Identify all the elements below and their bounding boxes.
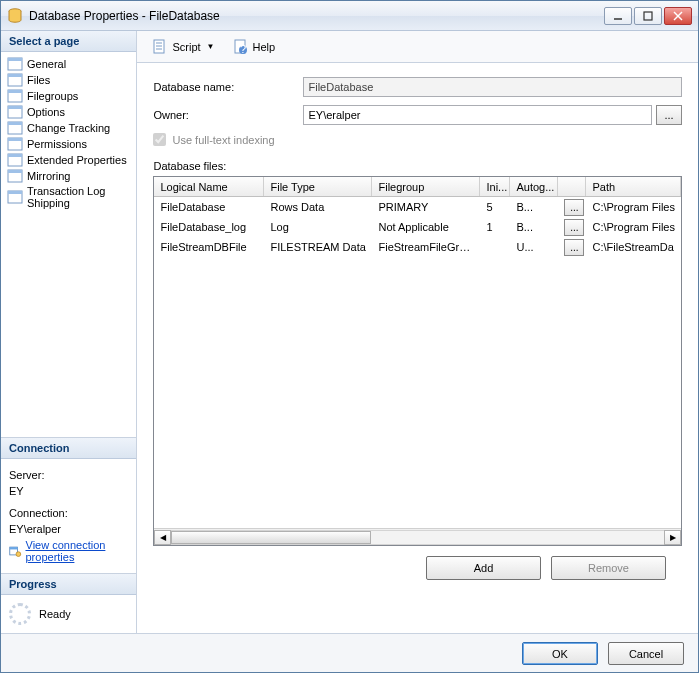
page-general[interactable]: General: [3, 56, 134, 72]
help-button[interactable]: ? Help: [226, 36, 283, 58]
cell-ini: 5: [480, 199, 510, 215]
page-icon: [7, 105, 23, 119]
page-icon: [7, 73, 23, 87]
minimize-button[interactable]: [604, 7, 632, 25]
svg-point-25: [16, 552, 21, 557]
page-options[interactable]: Options: [3, 104, 134, 120]
owner-browse-button[interactable]: ...: [656, 105, 682, 125]
autogrowth-button[interactable]: ...: [564, 239, 584, 256]
window-controls: [604, 7, 692, 25]
cell-type: Log: [264, 219, 372, 235]
cell-filegroup: Not Applicable: [372, 219, 480, 235]
page-label: Files: [27, 74, 50, 86]
grid-header: Logical Name File Type Filegroup Ini... …: [154, 177, 681, 197]
page-icon: [7, 57, 23, 71]
connection-value: EY\eralper: [9, 523, 128, 535]
grid-body: FileDatabase Rows Data PRIMARY 5 B... ..…: [154, 197, 681, 528]
close-button[interactable]: [664, 7, 692, 25]
svg-rect-18: [8, 154, 22, 157]
window-title: Database Properties - FileDatabase: [29, 9, 604, 23]
svg-rect-12: [8, 106, 22, 109]
page-label: General: [27, 58, 66, 70]
cell-name: FileDatabase_log: [154, 219, 264, 235]
svg-rect-6: [8, 58, 22, 61]
page-label: Extended Properties: [27, 154, 127, 166]
page-icon: [7, 190, 23, 204]
progress-status: Ready: [39, 608, 71, 620]
col-logical-name[interactable]: Logical Name: [154, 177, 264, 196]
files-grid: Logical Name File Type Filegroup Ini... …: [153, 176, 682, 546]
maximize-button[interactable]: [634, 7, 662, 25]
table-row[interactable]: FileDatabase_log Log Not Applicable 1 B.…: [154, 217, 681, 237]
cell-path: C:\FileStreamDa: [586, 239, 681, 255]
page-icon: [7, 153, 23, 167]
page-extended-properties[interactable]: Extended Properties: [3, 152, 134, 168]
server-label: Server:: [9, 469, 128, 481]
owner-field[interactable]: [303, 105, 652, 125]
page-label: Mirroring: [27, 170, 70, 182]
view-connection-properties-link[interactable]: View connection properties: [26, 539, 129, 563]
script-button[interactable]: Script ▼: [145, 36, 221, 58]
cell-ini: 1: [480, 219, 510, 235]
page-label: Transaction Log Shipping: [27, 185, 130, 209]
page-files[interactable]: Files: [3, 72, 134, 88]
pages-list: General Files Filegroups Options Change …: [1, 52, 136, 214]
page-label: Options: [27, 106, 65, 118]
col-filegroup[interactable]: Filegroup: [372, 177, 480, 196]
database-files-label: Database files:: [153, 160, 682, 172]
autogrowth-button[interactable]: ...: [564, 199, 584, 216]
script-icon: [152, 39, 168, 55]
col-path[interactable]: Path: [586, 177, 681, 196]
scroll-right-button[interactable]: ▶: [664, 530, 681, 545]
col-file-type[interactable]: File Type: [264, 177, 372, 196]
scroll-thumb[interactable]: [171, 531, 371, 544]
cell-ini: [480, 245, 510, 249]
add-button[interactable]: Add: [426, 556, 541, 580]
autogrowth-button[interactable]: ...: [564, 219, 584, 236]
cell-name: FileStreamDBFile: [154, 239, 264, 255]
sidebar: Select a page General Files Filegroups O…: [1, 31, 137, 633]
page-icon: [7, 137, 23, 151]
page-permissions[interactable]: Permissions: [3, 136, 134, 152]
page-label: Filegroups: [27, 90, 78, 102]
connection-label: Connection:: [9, 507, 128, 519]
svg-text:?: ?: [239, 43, 245, 55]
cell-filegroup: PRIMARY: [372, 199, 480, 215]
owner-label: Owner:: [153, 109, 303, 121]
page-mirroring[interactable]: Mirroring: [3, 168, 134, 184]
fulltext-checkbox: [153, 133, 166, 146]
col-initial-size[interactable]: Ini...: [480, 177, 510, 196]
connection-section: Connection Server: EY Connection: EY\era…: [1, 437, 136, 573]
connection-header: Connection: [1, 438, 136, 459]
cell-path: C:\Program Files: [586, 199, 681, 215]
server-value: EY: [9, 485, 128, 497]
col-autogrowth-btn[interactable]: [558, 177, 586, 196]
page-icon: [7, 121, 23, 135]
svg-rect-10: [8, 90, 22, 93]
page-change-tracking[interactable]: Change Tracking: [3, 120, 134, 136]
remove-button[interactable]: Remove: [551, 556, 666, 580]
table-row[interactable]: FileStreamDBFile FILESTREAM Data FieStre…: [154, 237, 681, 257]
svg-rect-22: [8, 191, 22, 194]
help-label: Help: [253, 41, 276, 53]
database-icon: [7, 8, 23, 24]
progress-section: Progress Ready: [1, 573, 136, 633]
table-row[interactable]: FileDatabase Rows Data PRIMARY 5 B... ..…: [154, 197, 681, 217]
horizontal-scrollbar[interactable]: ◀ ▶: [154, 528, 681, 545]
fulltext-label: Use full-text indexing: [172, 134, 274, 146]
page-transaction-log-shipping[interactable]: Transaction Log Shipping: [3, 184, 134, 210]
properties-icon: [9, 544, 22, 558]
script-label: Script: [172, 41, 200, 53]
database-name-label: Database name:: [153, 81, 303, 93]
cancel-button[interactable]: Cancel: [608, 642, 684, 665]
scroll-track[interactable]: [171, 530, 664, 545]
main-pane: Script ▼ ? Help Database name: Owner: ..…: [137, 31, 698, 633]
toolbar: Script ▼ ? Help: [137, 31, 698, 63]
ok-button[interactable]: OK: [522, 642, 598, 665]
cell-autog: U...: [510, 239, 558, 255]
col-autogrowth[interactable]: Autog...: [510, 177, 558, 196]
page-filegroups[interactable]: Filegroups: [3, 88, 134, 104]
cell-autog: B...: [510, 219, 558, 235]
dialog-footer: OK Cancel: [1, 633, 698, 673]
scroll-left-button[interactable]: ◀: [154, 530, 171, 545]
